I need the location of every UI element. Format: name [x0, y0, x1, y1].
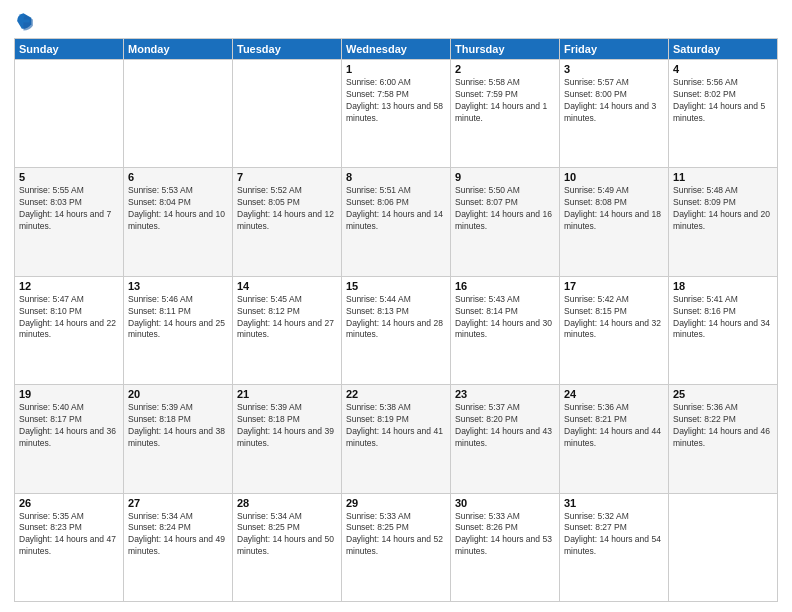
- day-number: 6: [128, 171, 228, 183]
- weekday-header: Thursday: [451, 39, 560, 60]
- day-number: 5: [19, 171, 119, 183]
- calendar-cell: 6Sunrise: 5:53 AMSunset: 8:04 PMDaylight…: [124, 168, 233, 276]
- cell-content: Sunrise: 5:36 AMSunset: 8:22 PMDaylight:…: [673, 402, 773, 450]
- day-number: 18: [673, 280, 773, 292]
- cell-content: Sunrise: 5:45 AMSunset: 8:12 PMDaylight:…: [237, 294, 337, 342]
- calendar-cell: 15Sunrise: 5:44 AMSunset: 8:13 PMDayligh…: [342, 276, 451, 384]
- day-number: 29: [346, 497, 446, 509]
- calendar-cell: 12Sunrise: 5:47 AMSunset: 8:10 PMDayligh…: [15, 276, 124, 384]
- calendar-cell: 13Sunrise: 5:46 AMSunset: 8:11 PMDayligh…: [124, 276, 233, 384]
- day-number: 23: [455, 388, 555, 400]
- day-number: 11: [673, 171, 773, 183]
- cell-content: Sunrise: 5:33 AMSunset: 8:25 PMDaylight:…: [346, 511, 446, 559]
- day-number: 24: [564, 388, 664, 400]
- day-number: 31: [564, 497, 664, 509]
- calendar-cell: 27Sunrise: 5:34 AMSunset: 8:24 PMDayligh…: [124, 493, 233, 601]
- calendar-cell: 4Sunrise: 5:56 AMSunset: 8:02 PMDaylight…: [669, 60, 778, 168]
- cell-content: Sunrise: 5:46 AMSunset: 8:11 PMDaylight:…: [128, 294, 228, 342]
- calendar-cell: 26Sunrise: 5:35 AMSunset: 8:23 PMDayligh…: [15, 493, 124, 601]
- calendar-cell: [15, 60, 124, 168]
- calendar-cell: 19Sunrise: 5:40 AMSunset: 8:17 PMDayligh…: [15, 385, 124, 493]
- day-number: 12: [19, 280, 119, 292]
- calendar-cell: 11Sunrise: 5:48 AMSunset: 8:09 PMDayligh…: [669, 168, 778, 276]
- cell-content: Sunrise: 5:43 AMSunset: 8:14 PMDaylight:…: [455, 294, 555, 342]
- day-number: 7: [237, 171, 337, 183]
- day-number: 3: [564, 63, 664, 75]
- cell-content: Sunrise: 5:58 AMSunset: 7:59 PMDaylight:…: [455, 77, 555, 125]
- cell-content: Sunrise: 5:39 AMSunset: 8:18 PMDaylight:…: [237, 402, 337, 450]
- weekday-header: Sunday: [15, 39, 124, 60]
- day-number: 9: [455, 171, 555, 183]
- day-number: 4: [673, 63, 773, 75]
- day-number: 10: [564, 171, 664, 183]
- calendar-cell: 3Sunrise: 5:57 AMSunset: 8:00 PMDaylight…: [560, 60, 669, 168]
- day-number: 21: [237, 388, 337, 400]
- cell-content: Sunrise: 5:48 AMSunset: 8:09 PMDaylight:…: [673, 185, 773, 233]
- cell-content: Sunrise: 5:50 AMSunset: 8:07 PMDaylight:…: [455, 185, 555, 233]
- calendar-cell: 22Sunrise: 5:38 AMSunset: 8:19 PMDayligh…: [342, 385, 451, 493]
- calendar-cell: 10Sunrise: 5:49 AMSunset: 8:08 PMDayligh…: [560, 168, 669, 276]
- cell-content: Sunrise: 5:44 AMSunset: 8:13 PMDaylight:…: [346, 294, 446, 342]
- calendar-cell: [669, 493, 778, 601]
- weekday-header: Friday: [560, 39, 669, 60]
- calendar-cell: 17Sunrise: 5:42 AMSunset: 8:15 PMDayligh…: [560, 276, 669, 384]
- logo-icon: [14, 10, 36, 32]
- day-number: 2: [455, 63, 555, 75]
- cell-content: Sunrise: 5:52 AMSunset: 8:05 PMDaylight:…: [237, 185, 337, 233]
- cell-content: Sunrise: 5:42 AMSunset: 8:15 PMDaylight:…: [564, 294, 664, 342]
- cell-content: Sunrise: 5:39 AMSunset: 8:18 PMDaylight:…: [128, 402, 228, 450]
- cell-content: Sunrise: 5:47 AMSunset: 8:10 PMDaylight:…: [19, 294, 119, 342]
- calendar-cell: 2Sunrise: 5:58 AMSunset: 7:59 PMDaylight…: [451, 60, 560, 168]
- cell-content: Sunrise: 5:36 AMSunset: 8:21 PMDaylight:…: [564, 402, 664, 450]
- day-number: 17: [564, 280, 664, 292]
- day-number: 16: [455, 280, 555, 292]
- day-number: 1: [346, 63, 446, 75]
- calendar-cell: 9Sunrise: 5:50 AMSunset: 8:07 PMDaylight…: [451, 168, 560, 276]
- calendar: SundayMondayTuesdayWednesdayThursdayFrid…: [14, 38, 778, 602]
- day-number: 30: [455, 497, 555, 509]
- day-number: 22: [346, 388, 446, 400]
- logo: [14, 10, 39, 32]
- calendar-cell: 23Sunrise: 5:37 AMSunset: 8:20 PMDayligh…: [451, 385, 560, 493]
- calendar-cell: 5Sunrise: 5:55 AMSunset: 8:03 PMDaylight…: [15, 168, 124, 276]
- cell-content: Sunrise: 5:53 AMSunset: 8:04 PMDaylight:…: [128, 185, 228, 233]
- day-number: 28: [237, 497, 337, 509]
- day-number: 25: [673, 388, 773, 400]
- cell-content: Sunrise: 6:00 AMSunset: 7:58 PMDaylight:…: [346, 77, 446, 125]
- weekday-header: Monday: [124, 39, 233, 60]
- day-number: 27: [128, 497, 228, 509]
- calendar-cell: 8Sunrise: 5:51 AMSunset: 8:06 PMDaylight…: [342, 168, 451, 276]
- day-number: 26: [19, 497, 119, 509]
- cell-content: Sunrise: 5:38 AMSunset: 8:19 PMDaylight:…: [346, 402, 446, 450]
- day-number: 20: [128, 388, 228, 400]
- cell-content: Sunrise: 5:37 AMSunset: 8:20 PMDaylight:…: [455, 402, 555, 450]
- calendar-cell: 18Sunrise: 5:41 AMSunset: 8:16 PMDayligh…: [669, 276, 778, 384]
- day-number: 19: [19, 388, 119, 400]
- calendar-cell: 20Sunrise: 5:39 AMSunset: 8:18 PMDayligh…: [124, 385, 233, 493]
- cell-content: Sunrise: 5:32 AMSunset: 8:27 PMDaylight:…: [564, 511, 664, 559]
- cell-content: Sunrise: 5:57 AMSunset: 8:00 PMDaylight:…: [564, 77, 664, 125]
- day-number: 13: [128, 280, 228, 292]
- cell-content: Sunrise: 5:34 AMSunset: 8:24 PMDaylight:…: [128, 511, 228, 559]
- day-number: 8: [346, 171, 446, 183]
- cell-content: Sunrise: 5:49 AMSunset: 8:08 PMDaylight:…: [564, 185, 664, 233]
- cell-content: Sunrise: 5:34 AMSunset: 8:25 PMDaylight:…: [237, 511, 337, 559]
- weekday-header: Wednesday: [342, 39, 451, 60]
- day-number: 14: [237, 280, 337, 292]
- calendar-cell: 14Sunrise: 5:45 AMSunset: 8:12 PMDayligh…: [233, 276, 342, 384]
- calendar-cell: 7Sunrise: 5:52 AMSunset: 8:05 PMDaylight…: [233, 168, 342, 276]
- header: [14, 10, 778, 32]
- calendar-cell: [124, 60, 233, 168]
- calendar-cell: 16Sunrise: 5:43 AMSunset: 8:14 PMDayligh…: [451, 276, 560, 384]
- calendar-cell: 24Sunrise: 5:36 AMSunset: 8:21 PMDayligh…: [560, 385, 669, 493]
- calendar-cell: 29Sunrise: 5:33 AMSunset: 8:25 PMDayligh…: [342, 493, 451, 601]
- weekday-header: Tuesday: [233, 39, 342, 60]
- cell-content: Sunrise: 5:40 AMSunset: 8:17 PMDaylight:…: [19, 402, 119, 450]
- calendar-cell: 28Sunrise: 5:34 AMSunset: 8:25 PMDayligh…: [233, 493, 342, 601]
- cell-content: Sunrise: 5:33 AMSunset: 8:26 PMDaylight:…: [455, 511, 555, 559]
- calendar-cell: 31Sunrise: 5:32 AMSunset: 8:27 PMDayligh…: [560, 493, 669, 601]
- calendar-cell: 21Sunrise: 5:39 AMSunset: 8:18 PMDayligh…: [233, 385, 342, 493]
- calendar-cell: 25Sunrise: 5:36 AMSunset: 8:22 PMDayligh…: [669, 385, 778, 493]
- cell-content: Sunrise: 5:41 AMSunset: 8:16 PMDaylight:…: [673, 294, 773, 342]
- cell-content: Sunrise: 5:56 AMSunset: 8:02 PMDaylight:…: [673, 77, 773, 125]
